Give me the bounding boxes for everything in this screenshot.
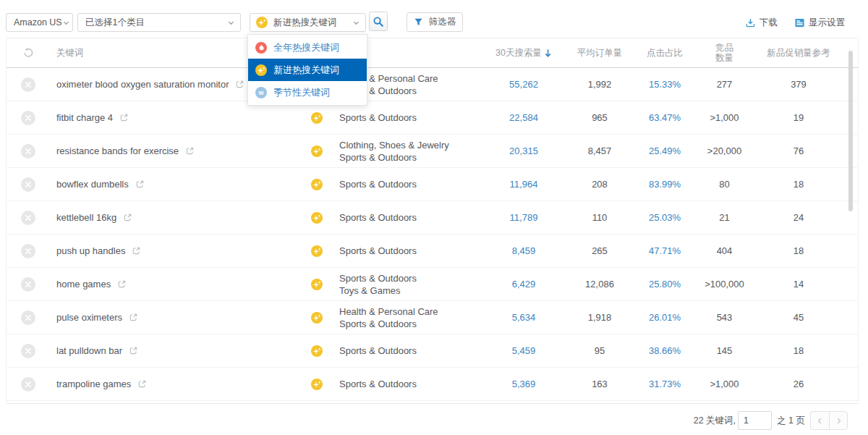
sparkle-badge-icon bbox=[311, 312, 323, 324]
category-line: Sports & Outdoors bbox=[339, 378, 484, 390]
display-settings-button[interactable]: 显示设置 bbox=[794, 17, 845, 29]
sparkle-badge-icon bbox=[311, 212, 323, 224]
new-product-ref-value: 19 bbox=[755, 112, 842, 123]
menu-item-seasonal[interactable]: w 季节性关键词 bbox=[248, 81, 367, 104]
flame-icon bbox=[255, 42, 267, 54]
keyword-text: kettlebell 16kg bbox=[56, 212, 116, 223]
sparkle-badge-icon bbox=[311, 179, 323, 190]
marketplace-select-value: Amazon US bbox=[7, 17, 62, 28]
category-cell: Clothing, Shoes & JewelrySports & Outdoo… bbox=[328, 139, 484, 164]
keyword-text: resistance bands for exercise bbox=[56, 145, 179, 156]
of-pages-label: 之 1 页 bbox=[777, 415, 805, 427]
menu-item-yearly-hot[interactable]: 全年热搜关键词 bbox=[248, 36, 367, 59]
remove-keyword-button[interactable] bbox=[21, 177, 35, 192]
keyword-type-select-value: 新进热搜关键词 bbox=[268, 17, 337, 29]
new-product-ref-value: 14 bbox=[755, 279, 842, 290]
competitors-value: 80 bbox=[694, 179, 755, 190]
click-share-value: 25.49% bbox=[636, 145, 694, 156]
click-share-value: 63.47% bbox=[636, 112, 694, 123]
table-row: push up handles Sports & Outdoors 8,459 … bbox=[7, 235, 858, 268]
external-link-icon[interactable] bbox=[235, 80, 244, 89]
external-link-icon[interactable] bbox=[185, 146, 195, 156]
table-scrollbar-thumb[interactable] bbox=[848, 51, 853, 211]
external-link-icon[interactable] bbox=[117, 279, 127, 289]
category-select[interactable]: 已选择1个类目 bbox=[77, 13, 241, 32]
avg-orders-value: 1,918 bbox=[563, 312, 636, 323]
competitors-value: >1,000 bbox=[694, 379, 755, 389]
remove-keyword-button[interactable] bbox=[21, 277, 35, 292]
avg-orders-value: 95 bbox=[563, 345, 636, 356]
search-volume-value[interactable]: 55,262 bbox=[484, 79, 563, 90]
external-link-icon[interactable] bbox=[123, 213, 132, 222]
external-link-icon[interactable] bbox=[132, 246, 141, 255]
competitors-value: 543 bbox=[694, 312, 755, 323]
external-link-icon[interactable] bbox=[137, 379, 147, 389]
click-share-value: 25.03% bbox=[636, 212, 694, 223]
remove-keyword-button[interactable] bbox=[21, 144, 35, 159]
table-row: trampoline games Sports & Outdoors 5,369… bbox=[7, 368, 858, 401]
page-number-input[interactable] bbox=[738, 411, 772, 430]
search-volume-value[interactable]: 22,584 bbox=[484, 112, 563, 123]
remove-keyword-button[interactable] bbox=[21, 211, 35, 225]
category-line: Sports & Outdoors bbox=[339, 151, 484, 164]
click-share-value: 31.73% bbox=[636, 379, 694, 389]
table-header: 关键词 30天搜索量 平均订单量 点击占比 竞品 数量 新品促销量参考 bbox=[7, 38, 858, 68]
sparkle-badge-icon bbox=[311, 145, 323, 157]
search-volume-value[interactable]: 20,315 bbox=[484, 145, 563, 156]
search-volume-value[interactable]: 11,964 bbox=[484, 179, 563, 190]
search-volume-value[interactable]: 8,459 bbox=[484, 245, 563, 256]
avg-orders-value: 965 bbox=[563, 112, 636, 123]
col-header-avg-orders[interactable]: 平均订单量 bbox=[563, 47, 636, 59]
external-link-icon[interactable] bbox=[135, 180, 145, 189]
external-link-icon[interactable] bbox=[129, 346, 138, 355]
new-product-ref-value: 379 bbox=[755, 79, 842, 90]
new-product-ref-value: 18 bbox=[755, 179, 842, 190]
keyword-text: bowflex dumbells bbox=[56, 179, 129, 190]
svg-text:w: w bbox=[258, 89, 264, 96]
remove-keyword-button[interactable] bbox=[21, 111, 35, 125]
table-row: fitbit charge 4 Sports & Outdoors 22,584… bbox=[7, 101, 858, 135]
external-link-icon[interactable] bbox=[129, 313, 138, 322]
sparkle-badge-icon bbox=[311, 245, 323, 257]
keyword-type-select[interactable]: 新进热搜关键词 bbox=[250, 13, 366, 32]
sparkle-badge-icon bbox=[255, 64, 267, 76]
remove-keyword-button[interactable] bbox=[21, 311, 35, 325]
category-line: Health & Personal Care bbox=[339, 305, 484, 318]
sparkle-badge-icon bbox=[311, 379, 323, 390]
search-button[interactable] bbox=[369, 12, 388, 31]
filter-button[interactable]: 筛选器 bbox=[407, 12, 463, 32]
table-row: home games Sports & OutdoorsToys & Games… bbox=[7, 268, 858, 301]
menu-item-new-hot[interactable]: 新进热搜关键词 bbox=[248, 59, 367, 81]
table-row: kettlebell 16kg Sports & Outdoors 11,789… bbox=[7, 201, 858, 235]
display-settings-label: 显示设置 bbox=[809, 17, 845, 29]
click-share-value: 47.71% bbox=[636, 245, 694, 256]
remove-keyword-button[interactable] bbox=[21, 244, 35, 258]
sparkle-badge-icon bbox=[311, 279, 323, 290]
new-product-ref-value: 76 bbox=[755, 145, 842, 156]
category-line: Sports & Outdoors bbox=[339, 345, 484, 357]
col-header-competitors[interactable]: 竞品 数量 bbox=[694, 43, 755, 63]
remove-keyword-button[interactable] bbox=[21, 77, 35, 92]
next-page-button[interactable] bbox=[829, 411, 848, 430]
col-header-search-volume[interactable]: 30天搜索量 bbox=[484, 47, 563, 59]
search-volume-value[interactable]: 6,429 bbox=[484, 279, 563, 290]
search-volume-value[interactable]: 5,459 bbox=[484, 345, 563, 356]
category-line: Sports & Outdoors bbox=[339, 111, 484, 124]
sparkle-badge-icon bbox=[256, 17, 268, 28]
external-link-icon[interactable] bbox=[119, 113, 129, 122]
marketplace-select[interactable]: Amazon US bbox=[6, 13, 73, 32]
search-volume-value[interactable]: 11,789 bbox=[484, 212, 563, 223]
remove-keyword-button[interactable] bbox=[21, 377, 35, 392]
col-header-click-share[interactable]: 点击占比 bbox=[636, 47, 694, 59]
category-cell: Sports & Outdoors bbox=[328, 345, 484, 357]
col-header-new-product-ref[interactable]: 新品促销量参考 bbox=[755, 47, 842, 59]
download-button[interactable]: 下载 bbox=[745, 17, 778, 29]
reset-sort-icon[interactable] bbox=[7, 47, 50, 59]
search-icon bbox=[373, 16, 384, 28]
category-select-value: 已选择1个类目 bbox=[78, 17, 145, 29]
remove-keyword-button[interactable] bbox=[21, 344, 35, 358]
search-volume-value[interactable]: 5,634 bbox=[484, 312, 563, 323]
prev-page-button[interactable] bbox=[810, 411, 829, 430]
search-volume-value[interactable]: 5,369 bbox=[484, 379, 563, 389]
category-line: Sports & Outdoors bbox=[339, 211, 484, 224]
